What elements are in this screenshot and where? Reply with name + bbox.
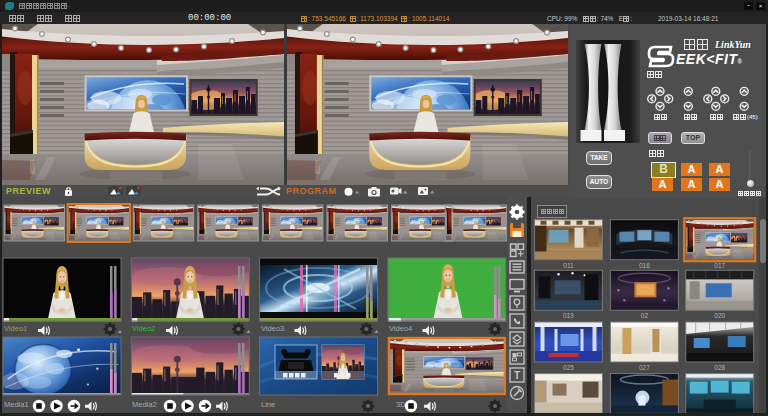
svg-text:027: 027	[639, 364, 650, 371]
svg-text:025: 025	[563, 364, 574, 371]
svg-text:020: 020	[714, 312, 725, 319]
svg-text:028: 028	[714, 364, 725, 371]
svg-text:T: T	[514, 370, 520, 381]
svg-text:02: 02	[641, 312, 649, 319]
svg-text:019: 019	[563, 312, 574, 319]
svg-text:011: 011	[563, 262, 574, 269]
svg-text:017: 017	[714, 262, 725, 269]
svg-text:016: 016	[639, 262, 650, 269]
